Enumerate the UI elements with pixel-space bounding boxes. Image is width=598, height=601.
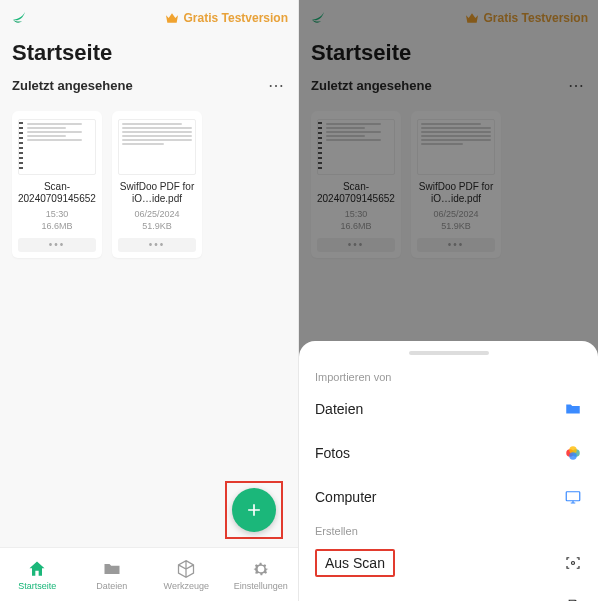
file-card[interactable]: Scan-20240709145652.pdf 15:30 16.6MB •••	[12, 111, 102, 258]
page-title: Startseite	[0, 30, 298, 70]
folder-icon	[564, 400, 582, 418]
file-name: Scan-20240709145652.pdf	[18, 181, 96, 205]
nav-settings[interactable]: Einstellungen	[224, 548, 299, 601]
more-icon[interactable]: ⋯	[268, 76, 286, 95]
cube-icon	[176, 559, 196, 579]
file-more-icon[interactable]: •••	[18, 238, 96, 252]
swift-logo-icon	[10, 9, 28, 27]
screen-normal: Gratis Testversion Startseite Zuletzt an…	[0, 0, 299, 601]
sheet-row-blank[interactable]: Leere PDF	[299, 585, 598, 601]
recent-cards: Scan-20240709145652.pdf 15:30 16.6MB •••…	[0, 101, 298, 258]
bottom-nav: Startseite Dateien Werkzeuge Einstellung…	[0, 547, 298, 601]
add-button[interactable]	[232, 488, 276, 532]
monitor-icon	[564, 488, 582, 506]
sheet-row-computer[interactable]: Computer	[299, 475, 598, 519]
sheet-row-files[interactable]: Dateien	[299, 387, 598, 431]
fab-highlight	[225, 481, 283, 539]
file-more-icon[interactable]: •••	[118, 238, 196, 252]
home-icon	[27, 559, 47, 579]
nav-tools[interactable]: Werkzeuge	[149, 548, 224, 601]
recent-header: Zuletzt angesehene ⋯	[0, 70, 298, 101]
screen-sheet-open: Gratis Testversion Startseite Zuletzt an…	[299, 0, 598, 601]
nav-files[interactable]: Dateien	[75, 548, 150, 601]
trial-label[interactable]: Gratis Testversion	[184, 11, 288, 25]
svg-point-3	[569, 452, 577, 460]
file-time: 06/25/2024	[118, 209, 196, 220]
file-time: 15:30	[18, 209, 96, 220]
file-card[interactable]: SwifDoo PDF for iO…ide.pdf 06/25/2024 51…	[112, 111, 202, 258]
sheet-handle[interactable]	[409, 351, 489, 355]
scan-icon	[564, 554, 582, 572]
file-name: SwifDoo PDF for iO…ide.pdf	[118, 181, 196, 205]
file-size: 51.9KB	[118, 221, 196, 232]
plus-icon	[244, 500, 264, 520]
file-thumb	[118, 119, 196, 175]
crown-icon	[164, 10, 180, 26]
svg-rect-4	[566, 492, 580, 501]
nav-home[interactable]: Startseite	[0, 548, 75, 601]
file-size: 16.6MB	[18, 221, 96, 232]
recent-label: Zuletzt angesehene	[12, 78, 268, 93]
gear-icon	[251, 559, 271, 579]
action-sheet: Importieren von Dateien Fotos Computer E…	[299, 341, 598, 601]
svg-point-5	[572, 562, 575, 565]
sheet-row-photos[interactable]: Fotos	[299, 431, 598, 475]
group-import: Importieren von	[299, 365, 598, 387]
sheet-row-scan[interactable]: Aus Scan	[299, 541, 598, 585]
photos-icon	[564, 444, 582, 462]
group-create: Erstellen	[299, 519, 598, 541]
folder-icon	[102, 559, 122, 579]
topbar: Gratis Testversion	[0, 0, 298, 30]
file-thumb	[18, 119, 96, 175]
